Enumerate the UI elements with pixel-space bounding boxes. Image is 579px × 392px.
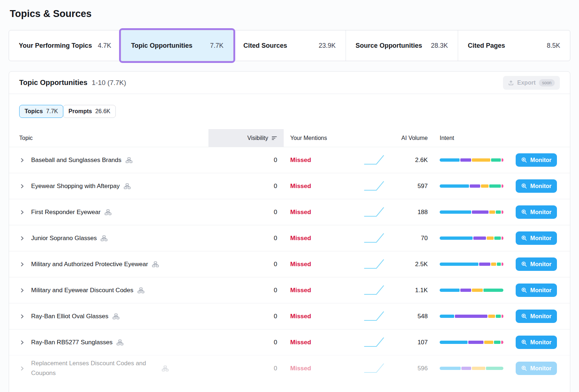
intent-segment-blue: [440, 341, 468, 344]
intent-segment-blue: [440, 237, 473, 240]
expand-chevron-icon[interactable]: [19, 366, 25, 371]
trend-sparkline: [356, 153, 385, 167]
mentions-status: Missed: [284, 365, 356, 372]
intent-segment-green: [496, 210, 501, 214]
intent-segment-yellow: [484, 341, 494, 344]
expand-chevron-icon[interactable]: [19, 287, 25, 293]
topic-name[interactable]: Ray-Ban Elliot Oval Glasses: [31, 313, 109, 320]
expand-chevron-icon[interactable]: [19, 235, 25, 241]
trend-sparkline: [356, 309, 385, 324]
monitor-button[interactable]: Monitor: [516, 153, 557, 167]
tab-label: Cited Sources: [243, 41, 287, 50]
tab-label: Topic Opportunities: [131, 41, 193, 50]
intent-bar: [440, 210, 503, 214]
expand-chevron-icon[interactable]: [19, 314, 25, 319]
ai-volume-value: 70: [385, 235, 428, 242]
monitor-label: Monitor: [530, 365, 551, 372]
topic-cluster-icon: [138, 287, 144, 293]
monitor-button[interactable]: Monitor: [516, 284, 557, 297]
intent-segment-green: [494, 237, 501, 240]
intent-segment-purple: [472, 210, 489, 214]
topic-cluster-icon: [117, 340, 123, 345]
table-row: Ray-Ban Elliot Oval Glasses 0 Missed 548…: [9, 303, 570, 329]
ai-volume-value: 107: [385, 339, 428, 346]
intent-segment-green: [486, 367, 503, 370]
monitor-magnifier-icon: [521, 183, 527, 189]
toggle-topics[interactable]: Topics 7.7K: [19, 105, 63, 118]
intent-segment-purple: [473, 237, 486, 240]
topic-name[interactable]: Junior Soprano Glasses: [31, 235, 97, 242]
monitor-magnifier-icon: [521, 209, 527, 215]
topic-name[interactable]: Ray-Ban RB5277 Sunglasses: [31, 339, 113, 346]
intent-segment-purple: [470, 184, 480, 188]
export-label: Export: [517, 80, 536, 86]
intent-segment-green: [483, 289, 503, 292]
monitor-button[interactable]: Monitor: [516, 336, 557, 349]
tab-cited-sources[interactable]: Cited Sources 23.9K: [233, 30, 345, 61]
trend-sparkline: [356, 205, 385, 220]
table-row: Baseball and Sunglasses Brands 0 Missed …: [9, 147, 570, 173]
sort-icon[interactable]: [271, 136, 277, 141]
intent-segment-yellow: [489, 210, 495, 214]
intent-segment-yellow: [488, 315, 495, 318]
expand-chevron-icon[interactable]: [19, 340, 25, 345]
trend-sparkline: [356, 361, 385, 376]
tab-label: Cited Pages: [468, 41, 505, 50]
monitor-label: Monitor: [530, 261, 551, 268]
tab-topic-opportunities[interactable]: Topic Opportunities 7.7K: [121, 30, 233, 61]
column-header-visibility[interactable]: Visibility: [208, 129, 284, 147]
topic-name[interactable]: Military and Authorized Protective Eyewe…: [31, 261, 148, 268]
expand-chevron-icon[interactable]: [19, 261, 25, 267]
panel-header: Topic Opportunities 1-10 (7.7K) Export s…: [9, 72, 570, 94]
topic-cluster-icon: [101, 235, 107, 241]
monitor-label: Monitor: [530, 157, 551, 163]
table-row: Ray-Ban RB5277 Sunglasses 0 Missed 107 M…: [9, 329, 570, 355]
trend-sparkline: [356, 283, 385, 298]
intent-segment-yellow: [481, 184, 489, 188]
table-row: Military and Authorized Protective Eyewe…: [9, 251, 570, 277]
monitor-button[interactable]: Monitor: [516, 205, 557, 219]
intent-segment-purple: [479, 263, 490, 266]
mentions-status: Missed: [284, 287, 356, 294]
intent-segment-yellow: [491, 263, 496, 266]
topic-name[interactable]: Baseball and Sunglasses Brands: [31, 157, 122, 164]
topic-cluster-icon: [162, 366, 169, 371]
table-row: Military and Eyewear Discount Codes 0 Mi…: [9, 277, 570, 303]
expand-chevron-icon[interactable]: [19, 157, 25, 163]
monitor-button[interactable]: Monitor: [516, 310, 557, 323]
monitor-label: Monitor: [530, 183, 551, 189]
mentions-status: Missed: [284, 313, 356, 320]
monitor-button[interactable]: Monitor: [516, 179, 557, 193]
monitor-button[interactable]: Monitor: [516, 231, 557, 245]
tab-count: 8.5K: [547, 42, 560, 50]
tab-your-performing-topics[interactable]: Your Performing Topics 4.7K: [9, 30, 121, 61]
panel-title: Topic Opportunities: [19, 78, 88, 87]
tab-cited-pages[interactable]: Cited Pages 8.5K: [458, 30, 570, 61]
export-button[interactable]: Export soon: [503, 76, 560, 90]
ai-volume-value: 2.6K: [385, 157, 428, 164]
topic-cluster-icon: [152, 261, 159, 267]
tab-source-opportunities[interactable]: Source Opportunities 28.3K: [346, 30, 458, 61]
monitor-button[interactable]: Monitor: [516, 257, 557, 271]
ai-volume-value: 596: [385, 365, 428, 372]
ai-volume-value: 1.1K: [385, 287, 428, 294]
intent-bar: [440, 263, 503, 266]
topic-name[interactable]: Military and Eyewear Discount Codes: [31, 287, 134, 294]
visibility-value: 0: [208, 261, 284, 268]
mentions-status: Missed: [284, 209, 356, 216]
table-row: Replacement Lenses Discount Codes and Co…: [9, 355, 570, 381]
page-title: Topics & Sources: [9, 0, 570, 20]
intent-segment-yellow: [472, 367, 485, 370]
expand-chevron-icon[interactable]: [19, 183, 25, 189]
expand-chevron-icon[interactable]: [19, 209, 25, 215]
monitor-label: Monitor: [530, 339, 551, 346]
topic-name[interactable]: Replacement Lenses Discount Codes and Co…: [31, 359, 158, 378]
intent-segment-blue: [440, 263, 478, 266]
topic-name[interactable]: Eyewear Shopping with Afterpay: [31, 183, 120, 190]
tab-count: 28.3K: [431, 42, 448, 50]
monitor-button[interactable]: Monitor: [516, 362, 557, 375]
visibility-value: 0: [208, 157, 284, 164]
intent-segment-yellow: [472, 158, 490, 162]
topic-name[interactable]: First Responder Eyewear: [31, 209, 101, 216]
toggle-prompts[interactable]: Prompts 26.6K: [63, 105, 116, 118]
